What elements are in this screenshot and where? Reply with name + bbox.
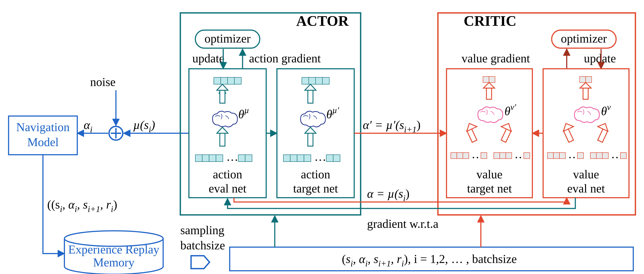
svg-rect-25 <box>309 77 316 84</box>
critic-title: CRITIC <box>464 13 516 29</box>
svg-rect-27 <box>322 77 329 84</box>
svg-rect-67 <box>554 152 560 159</box>
svg-rect-7 <box>214 77 221 84</box>
alpha-prime-label: α′ = µ′(si+1) <box>363 118 420 134</box>
alpha-eq-label: α = µ(si) <box>367 187 409 203</box>
svg-text:θν: θν <box>601 102 611 118</box>
svg-rect-33 <box>297 155 304 162</box>
svg-text:…: … <box>314 150 326 163</box>
svg-rect-60 <box>580 77 586 83</box>
svg-rect-24 <box>302 77 309 84</box>
svg-text:…: … <box>226 150 238 163</box>
value-target-net: θν′ … … value target net <box>446 69 532 198</box>
value-eval-net: θν … … value eval net <box>543 69 629 198</box>
ddpg-diagram: noise αi µ(si) Navigation Model ((si, αi… <box>0 0 644 274</box>
svg-rect-13 <box>220 133 225 146</box>
actor-title: ACTOR <box>296 13 349 29</box>
svg-rect-26 <box>316 77 322 84</box>
actor-update-text: update <box>192 52 224 65</box>
svg-rect-51 <box>481 152 487 159</box>
noise-label: noise <box>90 75 116 89</box>
svg-text:value: value <box>573 168 599 181</box>
svg-text:target net: target net <box>467 182 512 195</box>
svg-rect-66 <box>548 152 554 159</box>
svg-text:action: action <box>213 168 242 181</box>
action-gradient-text: action gradient <box>249 52 321 65</box>
svg-rect-34 <box>304 155 311 162</box>
critic-update-text: update <box>584 52 616 65</box>
svg-rect-14 <box>196 155 202 162</box>
batch-text: (si, αi, si+1, ri), i = 1,2, … , batchsi… <box>342 252 517 268</box>
action-eval-net: θµ … action eval net <box>189 69 266 198</box>
svg-rect-56 <box>524 152 530 159</box>
svg-rect-54 <box>506 152 512 159</box>
svg-rect-9 <box>228 77 234 84</box>
svg-text:θµ: θµ <box>238 105 249 121</box>
svg-text:action: action <box>301 168 330 181</box>
svg-rect-52 <box>494 152 500 159</box>
svg-text:value: value <box>476 168 502 181</box>
svg-rect-41 <box>483 77 489 83</box>
nav-model-text1: Navigation <box>16 120 70 134</box>
replay-memory: Experience Replay Memory <box>64 231 163 274</box>
svg-rect-16 <box>209 155 216 162</box>
svg-rect-20 <box>245 155 252 162</box>
actor-optimizer-text: optimizer <box>204 32 251 45</box>
svg-rect-19 <box>238 155 245 162</box>
svg-rect-70 <box>578 152 584 159</box>
svg-rect-11 <box>220 90 225 103</box>
svg-rect-42 <box>489 77 495 83</box>
critic-optimizer-text: optimizer <box>561 32 607 45</box>
svg-text:target net: target net <box>293 182 338 195</box>
svg-rect-62 <box>583 88 588 99</box>
svg-text:θν′: θν′ <box>504 102 516 118</box>
nav-model-text2: Model <box>27 135 58 149</box>
svg-rect-49 <box>463 152 469 159</box>
svg-rect-72 <box>596 152 602 159</box>
svg-text:Memory: Memory <box>93 256 134 269</box>
svg-rect-61 <box>586 77 592 83</box>
svg-text:eval net: eval net <box>567 182 605 195</box>
tuple-label: ((si, αi, si+1, ri) <box>47 198 117 214</box>
svg-rect-31 <box>283 155 290 162</box>
svg-text:Experience Replay: Experience Replay <box>68 243 159 256</box>
svg-rect-48 <box>457 152 463 159</box>
svg-rect-8 <box>221 77 228 84</box>
sampling-text2: batchsize <box>180 239 225 252</box>
svg-rect-32 <box>290 155 297 162</box>
svg-rect-17 <box>216 155 223 162</box>
svg-rect-36 <box>326 155 333 162</box>
pentagon-icon <box>191 256 210 269</box>
svg-rect-53 <box>500 152 506 159</box>
svg-rect-10 <box>234 77 241 84</box>
svg-rect-28 <box>308 90 313 103</box>
action-target-net: θµ′ … action target net <box>277 69 354 198</box>
svg-rect-75 <box>620 152 626 159</box>
svg-rect-71 <box>590 152 596 159</box>
grad-wrt-a-label: gradient w.r.t.a <box>367 217 438 230</box>
value-gradient-text: value gradient <box>462 52 530 65</box>
svg-rect-47 <box>451 152 457 159</box>
svg-rect-15 <box>202 155 209 162</box>
svg-text:θµ′: θµ′ <box>326 105 339 121</box>
mu-si-label: µ(si) <box>133 118 155 134</box>
sampling-text1: sampling <box>180 223 224 237</box>
svg-rect-43 <box>486 88 492 99</box>
svg-rect-37 <box>333 155 340 162</box>
alpha-i-label: αi <box>84 118 92 134</box>
svg-rect-30 <box>308 133 313 146</box>
plus-node <box>109 126 123 140</box>
svg-rect-68 <box>560 152 566 159</box>
svg-rect-73 <box>602 152 608 159</box>
svg-text:eval net: eval net <box>209 182 246 195</box>
